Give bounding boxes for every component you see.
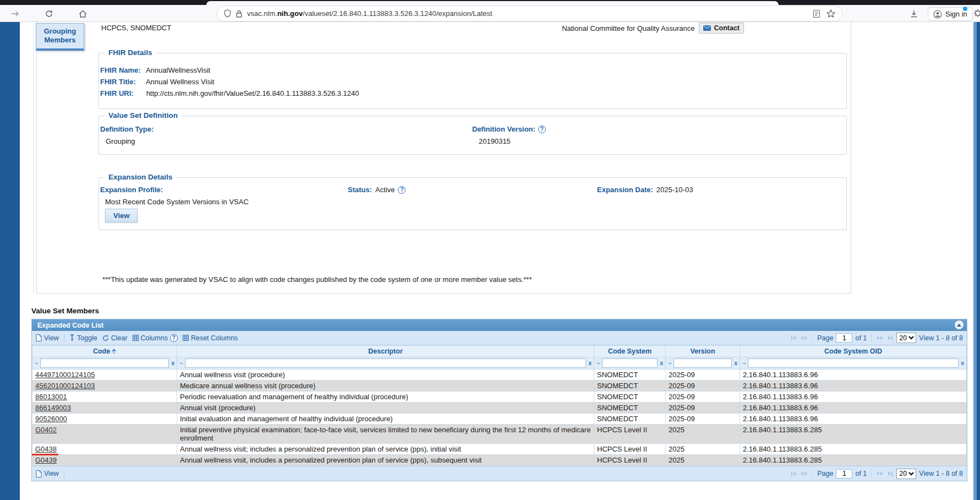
url-bar[interactable]: vsac.nlm.nih.gov/valueset/2.16.840.1.113…: [217, 6, 842, 21]
fhir-details-legend: FHIR Details: [105, 48, 156, 57]
pager-separator: [871, 470, 872, 477]
status-help-icon[interactable]: ?: [398, 186, 406, 194]
filter-input-oid[interactable]: [748, 358, 959, 368]
first-page-button[interactable]: [790, 335, 797, 340]
code-system-cell: SNOMEDCT: [594, 381, 666, 392]
fhir-name-row: FHIR Name: AnnualWellnessVisit: [100, 64, 846, 76]
filter-input-code-system[interactable]: [602, 358, 658, 368]
table-row: G0439Annual wellness visit, includes a p…: [32, 455, 967, 466]
home-button[interactable]: [76, 8, 89, 20]
descriptor-cell: Annual wellness visit; includes a person…: [177, 444, 594, 455]
filter-op-version[interactable]: ~: [668, 360, 671, 367]
page-size-select[interactable]: 20: [896, 333, 916, 343]
filter-op-oid[interactable]: ~: [742, 360, 746, 367]
filter-clear-oid-icon[interactable]: x: [961, 360, 964, 366]
definition-type-value: Grouping: [106, 137, 135, 145]
descriptor-cell: Periodic reevaluation and management of …: [177, 392, 594, 403]
table-row: G0402Initial preventive physical examina…: [32, 425, 967, 444]
grid-view-button-bottom[interactable]: View: [36, 470, 59, 477]
grid-title: Expanded Code List: [37, 322, 103, 329]
code-link[interactable]: 456201000124103: [35, 382, 95, 390]
contact-button[interactable]: Contact: [699, 23, 744, 34]
download-icon: [910, 10, 918, 18]
filter-op-code[interactable]: ~: [35, 360, 38, 367]
code-systems-summary: HCPCS, SNOMEDCT: [101, 24, 171, 32]
update-note: ***This update was generated by VSAC to …: [102, 275, 532, 284]
code-link[interactable]: G0438: [35, 445, 57, 453]
code-link[interactable]: G0402: [35, 426, 57, 434]
column-header-code-system[interactable]: Code System: [594, 346, 666, 357]
filter-input-version[interactable]: [674, 358, 732, 368]
downloads-button[interactable]: [908, 8, 920, 20]
last-page-button-bottom[interactable]: [887, 471, 894, 476]
grid-bottom-bar: View Page of 1 20 View 1 - 8 of 8: [32, 466, 967, 481]
filter-row: ~x ~x ~x ~x ~x: [32, 357, 967, 369]
oid-cell: 2.16.840.1.113883.6.285: [740, 425, 967, 444]
filter-clear-code-icon[interactable]: x: [171, 360, 174, 366]
refresh-icon: [45, 10, 53, 18]
column-header-code[interactable]: Code: [32, 346, 177, 357]
prev-page-button[interactable]: [800, 336, 808, 340]
grid-reset-columns-button[interactable]: Reset Columns: [183, 334, 238, 342]
code-system-cell: HCPCS Level II: [594, 455, 666, 466]
contact-label: Contact: [714, 24, 740, 32]
filter-input-descriptor[interactable]: [185, 358, 586, 368]
code-link[interactable]: 444971000124105: [35, 371, 95, 379]
filter-clear-version-icon[interactable]: x: [734, 360, 737, 366]
code-link[interactable]: 866149003: [35, 404, 71, 412]
code-link[interactable]: 86013001: [35, 393, 67, 401]
bookmark-star-icon[interactable]: [826, 9, 835, 18]
prev-page-button-bottom[interactable]: [800, 471, 808, 476]
filter-op-descriptor[interactable]: ~: [179, 360, 183, 367]
page-number-input[interactable]: [836, 333, 852, 343]
code-link[interactable]: G0439: [35, 456, 57, 464]
value-set-definition-legend: Value Set Definition: [105, 111, 182, 119]
filter-clear-code-system-icon[interactable]: x: [660, 360, 663, 366]
page-label-bottom: Page: [817, 470, 833, 477]
page-size-select-bottom[interactable]: 20: [896, 469, 916, 479]
header-row: Code Descriptor Code System Version Code…: [32, 346, 967, 357]
page-number-input-bottom[interactable]: [836, 469, 852, 479]
grid-collapse-button[interactable]: [955, 320, 963, 329]
grid-columns-button[interactable]: Columns ?: [133, 334, 178, 342]
steward-row: National Committee for Quality Assurance…: [562, 23, 744, 34]
gear-icon[interactable]: [974, 9, 980, 19]
toolbar-separator: [64, 334, 64, 342]
version-cell: 2025: [666, 444, 740, 455]
first-page-button-bottom[interactable]: [790, 471, 797, 476]
browser-active-tab[interactable]: [206, 1, 779, 5]
forward-button[interactable]: [9, 8, 21, 20]
column-header-descriptor[interactable]: Descriptor: [177, 346, 594, 357]
oid-cell: 2.16.840.1.113883.6.96: [740, 369, 967, 381]
grid-view-label: View: [44, 334, 59, 342]
grid-clear-button[interactable]: Clear: [102, 334, 128, 342]
code-system-cell: HCPCS Level II: [594, 425, 666, 444]
home-icon: [79, 10, 87, 18]
fhir-title-row: FHIR Title: Annual Wellness Visit: [100, 76, 846, 88]
code-link[interactable]: 90526000: [35, 415, 67, 423]
column-header-code-system-oid[interactable]: Code System OID: [740, 346, 967, 357]
columns-help-icon[interactable]: ?: [170, 334, 178, 342]
grid-view-button[interactable]: View: [36, 334, 59, 342]
browser-toolbar: vsac.nlm.nih.gov/valueset/2.16.840.1.113…: [0, 5, 980, 22]
refresh-button[interactable]: [43, 8, 55, 20]
document-icon: [36, 470, 42, 477]
oid-cell: 2.16.840.1.113883.6.96: [740, 403, 967, 414]
filter-clear-descriptor-icon[interactable]: x: [588, 360, 592, 366]
filter-op-code-system[interactable]: ~: [596, 360, 600, 367]
grid-toggle-button[interactable]: Toggle: [69, 334, 97, 342]
lock-icon[interactable]: [236, 10, 242, 18]
next-page-button-bottom[interactable]: [876, 471, 884, 476]
definition-version-value: 20190315: [479, 137, 511, 145]
last-page-button[interactable]: [887, 335, 894, 340]
definition-version-help-icon[interactable]: ?: [538, 126, 546, 133]
column-header-version[interactable]: Version: [666, 346, 740, 357]
filter-input-code[interactable]: [40, 358, 169, 368]
shield-icon[interactable]: [224, 9, 231, 18]
descriptor-cell: Initial preventive physical examination;…: [177, 425, 594, 444]
next-page-button[interactable]: [876, 336, 884, 340]
tab-grouping-members[interactable]: Grouping Members: [36, 23, 84, 51]
table-row: 86013001Periodic reevaluation and manage…: [32, 392, 967, 403]
reader-mode-icon[interactable]: [813, 10, 820, 18]
expansion-view-button[interactable]: View: [105, 209, 138, 222]
